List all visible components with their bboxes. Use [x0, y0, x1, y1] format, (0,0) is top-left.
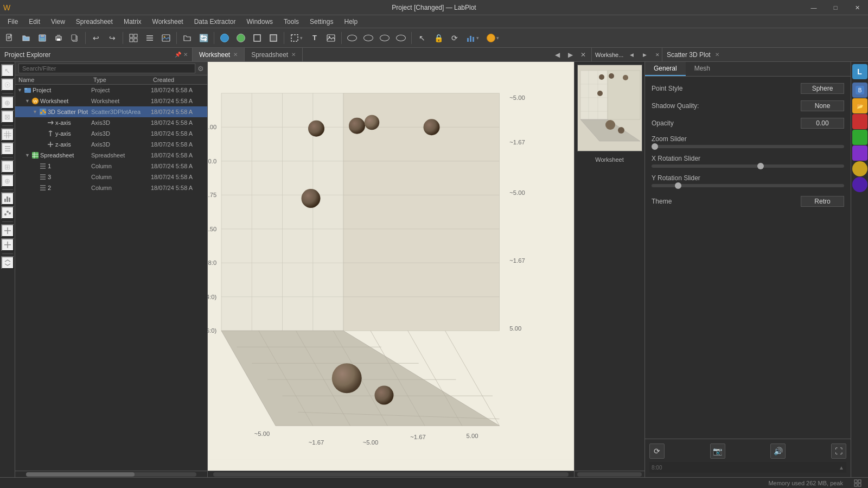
scatter-tool[interactable] [1, 206, 14, 219]
menu-settings[interactable]: Settings [304, 17, 339, 27]
filter-gear-icon[interactable]: ⚙ [197, 65, 204, 73]
project-explorer-tab[interactable]: Project Explorer [4, 51, 174, 59]
tree-row-col3[interactable]: ▼ 3 Column 18/07/24 5:58 A [15, 172, 207, 182]
theme-value[interactable]: Retro [801, 196, 844, 207]
opacity-value[interactable]: 0.00 [801, 118, 844, 129]
minimize-button[interactable]: — [803, 0, 825, 15]
app-icon-orange[interactable]: 📂 [852, 98, 867, 113]
print-button[interactable] [51, 30, 66, 46]
lock-button[interactable]: 🔒 [431, 30, 446, 46]
menu-view[interactable]: View [46, 17, 71, 27]
tree-row-scatter3d[interactable]: ▼ 3D Scatter Plot Scatter3DPlotArea 18/0… [15, 106, 207, 117]
menu-edit[interactable]: Edit [23, 17, 46, 27]
app-icon-green[interactable] [852, 130, 867, 145]
cursor-button[interactable]: ↖ [414, 30, 430, 46]
menu-matrix[interactable]: Matrix [118, 17, 147, 27]
tree-row-xaxis[interactable]: ▼ x-axis Axis3D 18/07/24 5:58 A [15, 117, 207, 128]
menu-help[interactable]: Help [339, 17, 363, 27]
xrotation-slider-thumb[interactable] [757, 163, 764, 169]
spreadsheet-tab[interactable]: Spreadsheet ✕ [245, 48, 303, 61]
data-tool[interactable]: ⊕ [1, 174, 14, 187]
undo-button[interactable]: ↩ [88, 30, 104, 46]
grid-view-button[interactable] [126, 30, 141, 46]
more-tool2[interactable] [1, 238, 14, 251]
grid-tool[interactable] [1, 128, 14, 141]
tree-row-col1[interactable]: ▼ 1 Column 18/07/24 5:58 A [15, 161, 207, 172]
menu-worksheet[interactable]: Worksheet [147, 17, 189, 27]
fill-button[interactable] [266, 30, 281, 46]
square-button[interactable] [250, 30, 265, 46]
zoom-tool[interactable]: ⊕ [1, 96, 14, 109]
close-button[interactable]: ✕ [846, 0, 868, 15]
add-plot-tool[interactable]: ⊞ [1, 160, 14, 173]
menu-data-extractor[interactable]: Data Extractor [189, 17, 241, 27]
select-tool[interactable]: ↖ [1, 64, 14, 77]
tree-row-zaxis[interactable]: ▼ z-axis Axis3D 18/07/24 5:58 A [15, 139, 207, 150]
tree-row-project[interactable]: ▼ Project Project 18/07/24 5:58 A [15, 85, 207, 96]
image-button[interactable] [158, 30, 174, 46]
pp-camera-button[interactable]: 📷 [710, 443, 725, 459]
shadow-quality-value[interactable]: None [801, 100, 844, 111]
pan-tool[interactable]: ☉ [1, 78, 14, 91]
rotate-button[interactable]: ⟳ [447, 30, 462, 46]
new-button[interactable] [2, 30, 17, 46]
tab-menu-button[interactable]: ◀ [551, 49, 563, 60]
copy-button[interactable] [67, 30, 82, 46]
yrotation-slider-track[interactable] [652, 184, 844, 187]
spreadsheet-tab-close[interactable]: ✕ [291, 52, 296, 58]
circle2-button[interactable] [233, 30, 248, 46]
statusbar-grid-button[interactable] [852, 478, 864, 489]
worksheet-tab-close[interactable]: ✕ [233, 52, 238, 58]
ellipse-button[interactable] [344, 30, 360, 46]
preview-fwd[interactable]: ▶ [639, 49, 650, 60]
chart-type-button[interactable]: ▾ [463, 30, 482, 46]
tab-menu-button2[interactable]: ▶ [564, 49, 576, 60]
preview-back[interactable]: ◀ [626, 49, 637, 60]
pe-close-button[interactable]: ✕ [183, 52, 188, 58]
open-button[interactable] [18, 30, 34, 46]
search-input[interactable] [18, 64, 195, 73]
tree-row-col2[interactable]: ▼ 2 Column 18/07/24 5:58 A [15, 182, 207, 193]
redo-button[interactable]: ↪ [105, 30, 120, 46]
tree-row-yaxis[interactable]: ▼ y-axis Axis3D 18/07/24 5:58 A [15, 128, 207, 139]
color-picker-button[interactable]: ▾ [483, 30, 502, 46]
point-style-value[interactable]: Sphere [801, 83, 844, 94]
worksheet-canvas[interactable]: 2.00 ~0.0 1.75 2.50 8:0 4:0) 6:0) ~5.00 … [208, 62, 574, 471]
pp-expand-button[interactable]: ⛶ [831, 443, 846, 459]
xrotation-slider-track[interactable] [652, 164, 844, 168]
tree-row-spreadsheet[interactable]: ▼ Spreadsheet Spreadsheet 18/07/24 5:58 … [15, 150, 207, 161]
zoom-slider-thumb[interactable] [652, 143, 658, 150]
select-rect-button[interactable]: ▾ [287, 30, 306, 46]
worksheet-tab[interactable]: Worksheet ✕ [193, 48, 245, 61]
text-button[interactable]: T [307, 30, 322, 46]
tree-row-worksheet[interactable]: ▼ W Worksheet Worksheet 18/07/24 5:58 A [15, 96, 207, 106]
list-view-button[interactable] [142, 30, 157, 46]
app-icon-blue[interactable]: L [852, 64, 867, 79]
tab-close-button[interactable]: ✕ [577, 49, 589, 60]
app-icon-yellow[interactable] [852, 161, 867, 176]
scatter-tab-close[interactable]: ✕ [715, 52, 719, 58]
maximize-button[interactable]: □ [825, 0, 846, 15]
expand-tool[interactable] [1, 256, 14, 269]
zoom-fit-tool[interactable]: ⊠ [1, 110, 14, 123]
yrotation-slider-thumb[interactable] [675, 182, 681, 189]
ellipse3-button[interactable] [377, 30, 392, 46]
tab-mesh[interactable]: Mesh [686, 62, 719, 76]
ellipse2-button[interactable] [361, 30, 376, 46]
app-icon-red[interactable] [852, 114, 867, 129]
ellipse4-button[interactable] [393, 30, 409, 46]
pp-refresh-button[interactable]: ⟳ [649, 443, 665, 459]
app-icon-blue2[interactable]: B [852, 83, 867, 98]
circle1-button[interactable] [217, 30, 232, 46]
histogram-tool[interactable] [1, 192, 14, 205]
image2-button[interactable] [323, 30, 339, 46]
more-tool1[interactable] [1, 224, 14, 237]
properties-tool[interactable] [1, 142, 14, 155]
zoom-slider-track[interactable] [652, 145, 844, 148]
menu-spreadsheet[interactable]: Spreadsheet [71, 17, 118, 27]
tab-general[interactable]: General [645, 62, 686, 76]
refresh-button[interactable]: 🔄 [196, 30, 211, 46]
open-folder-button[interactable] [180, 30, 195, 46]
menu-tools[interactable]: Tools [278, 17, 304, 27]
pp-sound-button[interactable]: 🔊 [770, 443, 786, 459]
